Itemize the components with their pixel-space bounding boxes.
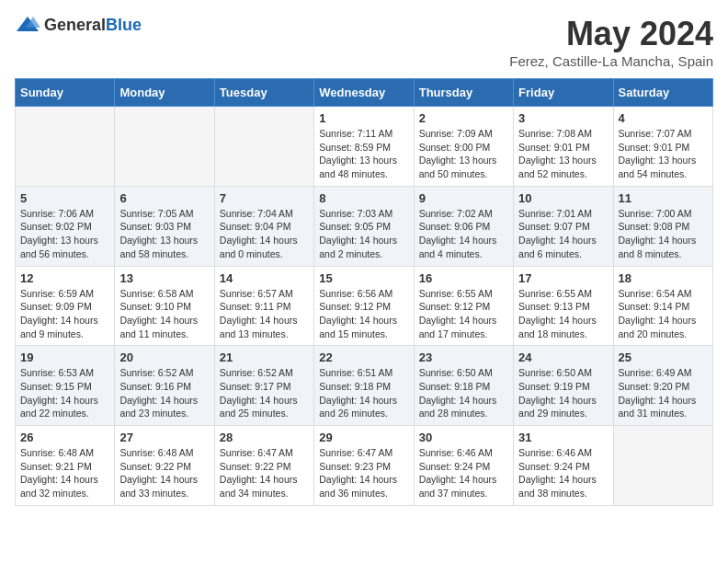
weekday-header: Thursday	[414, 79, 513, 107]
day-info: Sunrise: 6:50 AMSunset: 9:18 PMDaylight:…	[419, 366, 508, 420]
calendar-week-row: 26Sunrise: 6:48 AMSunset: 9:21 PMDayligh…	[16, 426, 713, 506]
calendar-week-row: 1Sunrise: 7:11 AMSunset: 8:59 PMDaylight…	[16, 107, 713, 187]
weekday-header: Saturday	[613, 79, 712, 107]
calendar-week-row: 5Sunrise: 7:06 AMSunset: 9:02 PMDaylight…	[16, 186, 713, 266]
weekday-header: Sunday	[16, 79, 115, 107]
day-number: 29	[319, 431, 408, 444]
day-info: Sunrise: 6:48 AMSunset: 9:21 PMDaylight:…	[20, 446, 109, 500]
day-info: Sunrise: 7:08 AMSunset: 9:01 PMDaylight:…	[518, 127, 608, 181]
day-info: Sunrise: 7:05 AMSunset: 9:03 PMDaylight:…	[119, 207, 209, 261]
day-info: Sunrise: 6:49 AMSunset: 9:20 PMDaylight:…	[619, 366, 708, 420]
day-number: 31	[518, 431, 608, 444]
day-number: 11	[619, 191, 708, 205]
calendar-cell: 2Sunrise: 7:09 AMSunset: 9:00 PMDaylight…	[414, 107, 513, 187]
day-number: 26	[20, 431, 109, 444]
calendar-cell: 18Sunrise: 6:54 AMSunset: 9:14 PMDayligh…	[613, 266, 712, 346]
calendar-cell: 4Sunrise: 7:07 AMSunset: 9:01 PMDaylight…	[613, 107, 712, 187]
calendar-cell: 1Sunrise: 7:11 AMSunset: 8:59 PMDaylight…	[314, 107, 414, 187]
day-number: 22	[319, 350, 408, 364]
calendar-cell: 29Sunrise: 6:47 AMSunset: 9:23 PMDayligh…	[314, 426, 414, 506]
day-info: Sunrise: 6:52 AMSunset: 9:16 PMDaylight:…	[119, 366, 209, 420]
calendar-cell	[214, 107, 313, 187]
day-info: Sunrise: 6:55 AMSunset: 9:13 PMDaylight:…	[518, 287, 608, 341]
day-number: 17	[518, 271, 608, 285]
calendar-cell: 5Sunrise: 7:06 AMSunset: 9:02 PMDaylight…	[16, 186, 115, 266]
calendar-cell	[115, 107, 214, 187]
calendar-cell: 25Sunrise: 6:49 AMSunset: 9:20 PMDayligh…	[613, 346, 712, 426]
calendar-week-row: 12Sunrise: 6:59 AMSunset: 9:09 PMDayligh…	[16, 266, 713, 346]
calendar-cell	[613, 426, 712, 506]
day-info: Sunrise: 6:55 AMSunset: 9:12 PMDaylight:…	[419, 287, 508, 341]
day-number: 8	[319, 191, 408, 205]
calendar-cell: 20Sunrise: 6:52 AMSunset: 9:16 PMDayligh…	[115, 346, 214, 426]
calendar-cell: 12Sunrise: 6:59 AMSunset: 9:09 PMDayligh…	[16, 266, 115, 346]
day-info: Sunrise: 6:52 AMSunset: 9:17 PMDaylight:…	[220, 366, 309, 420]
day-info: Sunrise: 6:47 AMSunset: 9:22 PMDaylight:…	[220, 446, 309, 500]
calendar-cell: 21Sunrise: 6:52 AMSunset: 9:17 PMDayligh…	[214, 346, 313, 426]
location-title: Ferez, Castille-La Mancha, Spain	[509, 53, 713, 69]
month-title: May 2024	[509, 15, 713, 53]
day-info: Sunrise: 7:09 AMSunset: 9:00 PMDaylight:…	[419, 127, 508, 181]
day-info: Sunrise: 7:03 AMSunset: 9:05 PMDaylight:…	[319, 207, 408, 261]
logo: GeneralBlue	[15, 15, 142, 35]
day-number: 23	[419, 350, 508, 364]
day-number: 1	[319, 111, 408, 125]
calendar-cell: 28Sunrise: 6:47 AMSunset: 9:22 PMDayligh…	[214, 426, 313, 506]
calendar-cell: 10Sunrise: 7:01 AMSunset: 9:07 PMDayligh…	[514, 186, 613, 266]
calendar-cell: 7Sunrise: 7:04 AMSunset: 9:04 PMDaylight…	[214, 186, 313, 266]
calendar-week-row: 19Sunrise: 6:53 AMSunset: 9:15 PMDayligh…	[16, 346, 713, 426]
day-number: 20	[119, 350, 209, 364]
day-number: 4	[619, 111, 708, 125]
calendar-cell: 24Sunrise: 6:50 AMSunset: 9:19 PMDayligh…	[514, 346, 613, 426]
day-number: 14	[220, 271, 309, 285]
day-info: Sunrise: 6:48 AMSunset: 9:22 PMDaylight:…	[119, 446, 209, 500]
calendar-cell: 23Sunrise: 6:50 AMSunset: 9:18 PMDayligh…	[414, 346, 513, 426]
calendar-cell: 6Sunrise: 7:05 AMSunset: 9:03 PMDaylight…	[115, 186, 214, 266]
day-info: Sunrise: 7:02 AMSunset: 9:06 PMDaylight:…	[419, 207, 508, 261]
calendar-cell: 13Sunrise: 6:58 AMSunset: 9:10 PMDayligh…	[115, 266, 214, 346]
day-number: 15	[319, 271, 408, 285]
day-number: 13	[119, 271, 209, 285]
day-info: Sunrise: 6:56 AMSunset: 9:12 PMDaylight:…	[319, 287, 408, 341]
calendar-cell: 3Sunrise: 7:08 AMSunset: 9:01 PMDaylight…	[514, 107, 613, 187]
day-info: Sunrise: 6:46 AMSunset: 9:24 PMDaylight:…	[518, 446, 608, 500]
logo-text-blue: Blue	[106, 16, 142, 34]
logo-icon	[15, 15, 40, 35]
day-number: 25	[619, 350, 708, 364]
day-number: 2	[419, 111, 508, 125]
weekday-header: Friday	[514, 79, 613, 107]
calendar-cell: 15Sunrise: 6:56 AMSunset: 9:12 PMDayligh…	[314, 266, 414, 346]
calendar-cell: 8Sunrise: 7:03 AMSunset: 9:05 PMDaylight…	[314, 186, 414, 266]
title-area: May 2024 Ferez, Castille-La Mancha, Spai…	[509, 15, 713, 69]
day-info: Sunrise: 6:59 AMSunset: 9:09 PMDaylight:…	[20, 287, 109, 341]
day-number: 9	[419, 191, 508, 205]
day-info: Sunrise: 7:04 AMSunset: 9:04 PMDaylight:…	[220, 207, 309, 261]
day-number: 18	[619, 271, 708, 285]
day-info: Sunrise: 6:50 AMSunset: 9:19 PMDaylight:…	[518, 366, 608, 420]
day-info: Sunrise: 6:57 AMSunset: 9:11 PMDaylight:…	[220, 287, 309, 341]
calendar-cell: 27Sunrise: 6:48 AMSunset: 9:22 PMDayligh…	[115, 426, 214, 506]
day-info: Sunrise: 7:06 AMSunset: 9:02 PMDaylight:…	[20, 207, 109, 261]
calendar-cell: 31Sunrise: 6:46 AMSunset: 9:24 PMDayligh…	[514, 426, 613, 506]
logo-text-general: General	[44, 16, 106, 34]
day-number: 3	[518, 111, 608, 125]
calendar-header-row: SundayMondayTuesdayWednesdayThursdayFrid…	[16, 79, 713, 107]
page-header: GeneralBlue May 2024 Ferez, Castille-La …	[15, 15, 713, 69]
calendar-cell	[16, 107, 115, 187]
day-number: 30	[419, 431, 508, 444]
calendar-cell: 17Sunrise: 6:55 AMSunset: 9:13 PMDayligh…	[514, 266, 613, 346]
day-number: 16	[419, 271, 508, 285]
day-info: Sunrise: 6:54 AMSunset: 9:14 PMDaylight:…	[619, 287, 708, 341]
day-number: 7	[220, 191, 309, 205]
weekday-header: Monday	[115, 79, 214, 107]
day-number: 24	[518, 350, 608, 364]
calendar-cell: 9Sunrise: 7:02 AMSunset: 9:06 PMDaylight…	[414, 186, 513, 266]
weekday-header: Tuesday	[214, 79, 313, 107]
calendar-table: SundayMondayTuesdayWednesdayThursdayFrid…	[15, 78, 713, 506]
calendar-cell: 19Sunrise: 6:53 AMSunset: 9:15 PMDayligh…	[16, 346, 115, 426]
day-info: Sunrise: 7:01 AMSunset: 9:07 PMDaylight:…	[518, 207, 608, 261]
day-info: Sunrise: 6:46 AMSunset: 9:24 PMDaylight:…	[419, 446, 508, 500]
day-info: Sunrise: 7:00 AMSunset: 9:08 PMDaylight:…	[619, 207, 708, 261]
calendar-cell: 26Sunrise: 6:48 AMSunset: 9:21 PMDayligh…	[16, 426, 115, 506]
calendar-body: 1Sunrise: 7:11 AMSunset: 8:59 PMDaylight…	[16, 107, 713, 506]
